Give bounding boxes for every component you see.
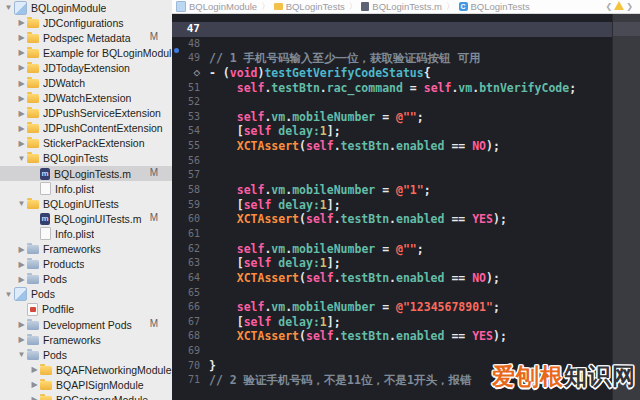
- line-number[interactable]: 55: [172, 139, 209, 154]
- line-number[interactable]: 57: [172, 168, 209, 183]
- sidebar-item-bqapisignmodule[interactable]: ▶BQAPISignModule: [0, 377, 172, 392]
- line-number[interactable]: 61: [172, 227, 209, 242]
- code-area[interactable]: 474849// 1 手机号码输入至少一位，获取验证码按钮 可用◇- (void…: [172, 14, 612, 388]
- line-number[interactable]: 71: [172, 373, 209, 388]
- line-number[interactable]: 66: [172, 300, 209, 315]
- code-line-54[interactable]: 54 [self delay:1];: [172, 124, 612, 139]
- disclosure-open-icon[interactable]: ▼: [16, 199, 27, 208]
- sidebar-item-frameworks[interactable]: ▶Frameworks: [0, 242, 172, 257]
- sidebar-item-bqcategorymodule[interactable]: ▶BQCategoryModule: [0, 392, 172, 400]
- source-editor[interactable]: 474849// 1 手机号码输入至少一位，获取验证码按钮 可用◇- (void…: [172, 14, 612, 400]
- disclosure-closed-icon[interactable]: ▶: [16, 48, 27, 57]
- code-line-65[interactable]: 65: [172, 286, 612, 301]
- code-line-52[interactable]: 52: [172, 95, 612, 110]
- sidebar-item-bqloginuitests[interactable]: ▼BQLoginUITests: [0, 196, 172, 211]
- disclosure-open-icon[interactable]: ▼: [16, 154, 27, 163]
- line-number[interactable]: 60: [172, 212, 209, 227]
- sidebar-item-pods[interactable]: ▶Pods: [0, 272, 172, 287]
- jumpbar-segment-bqlogintests[interactable]: BQLoginTests: [274, 1, 345, 12]
- sidebar-item-jdpushserviceextension[interactable]: ▶JDPushServiceExtension: [0, 106, 172, 121]
- code-line-47[interactable]: 47: [172, 22, 612, 37]
- sidebar-item-podspec-metadata[interactable]: ▶Podspec MetadataM: [0, 30, 172, 45]
- code-line-57[interactable]: 57: [172, 168, 612, 183]
- sidebar-item-stickerpackextension[interactable]: ▶StickerPackExtension: [0, 136, 172, 151]
- disclosure-closed-icon[interactable]: ▶: [16, 139, 27, 148]
- line-number[interactable]: 59: [172, 198, 209, 213]
- code-line-51[interactable]: 51 self.testBtn.rac_command = self.vm.bt…: [172, 81, 612, 96]
- code-line-59[interactable]: 59 [self delay:1];: [172, 198, 612, 213]
- sidebar-item-info-plist[interactable]: Info.plist: [0, 181, 172, 196]
- line-number[interactable]: 56: [172, 154, 209, 169]
- disclosure-closed-icon[interactable]: ▶: [16, 79, 27, 88]
- line-number[interactable]: 47: [172, 22, 209, 37]
- disclosure-open-icon[interactable]: ▼: [3, 290, 14, 299]
- code-line-68[interactable]: 68 XCTAssert(self.testBtn.enabled == YES…: [172, 329, 612, 344]
- line-number[interactable]: 51: [172, 81, 209, 96]
- sidebar-item-products[interactable]: ▶Products: [0, 257, 172, 272]
- code-line-60[interactable]: 60 XCTAssert(self.testBtn.enabled == YES…: [172, 212, 612, 227]
- line-number[interactable]: 54: [172, 124, 209, 139]
- sidebar-item-jdtodayextension[interactable]: ▶JDTodayExtension: [0, 60, 172, 75]
- code-line-53[interactable]: 53 self.vm.mobileNumber = @"";: [172, 110, 612, 125]
- code-line-63[interactable]: 63 [self delay:1];: [172, 256, 612, 271]
- line-number[interactable]: 63: [172, 256, 209, 271]
- line-number[interactable]: 65: [172, 286, 209, 301]
- disclosure-closed-icon[interactable]: ▶: [29, 380, 40, 389]
- disclosure-closed-icon[interactable]: ▶: [29, 365, 40, 374]
- code-line-50[interactable]: ◇- (void)testGetVerifyCodeStatus{: [172, 66, 612, 81]
- warning-icon[interactable]: [614, 1, 624, 10]
- run-test-diamond-icon[interactable]: ◇: [172, 66, 209, 81]
- disclosure-closed-icon[interactable]: ▶: [16, 260, 27, 269]
- code-line-67[interactable]: 67 [self delay:1];: [172, 315, 612, 330]
- sidebar-item-development-pods[interactable]: ▶Development PodsM: [0, 317, 172, 332]
- sidebar-item-pods[interactable]: ▼Pods: [0, 287, 172, 302]
- sidebar-item-jdwatch[interactable]: ▶JDWatch: [0, 75, 172, 90]
- sidebar-item-bqloginuitests-m[interactable]: mBQLoginUITests.mM: [0, 211, 172, 226]
- sidebar-item-info-plist[interactable]: Info.plist: [0, 226, 172, 241]
- line-number[interactable]: 64: [172, 271, 209, 286]
- code-line-69[interactable]: 69: [172, 344, 612, 359]
- sidebar-item-bqlogintests-m[interactable]: mBQLoginTests.mM: [0, 166, 172, 181]
- line-number[interactable]: 53: [172, 110, 209, 125]
- sidebar-item-example-for-bqloginmodule[interactable]: ▶Example for BQLoginModule: [0, 45, 172, 60]
- line-number[interactable]: 52: [172, 95, 209, 110]
- disclosure-open-icon[interactable]: ▼: [3, 3, 14, 12]
- disclosure-closed-icon[interactable]: ▶: [29, 395, 40, 400]
- code-line-56[interactable]: 56: [172, 154, 612, 169]
- disclosure-closed-icon[interactable]: ▶: [16, 109, 27, 118]
- back-chevron-icon[interactable]: ❮: [606, 2, 613, 11]
- line-number[interactable]: 69: [172, 344, 209, 359]
- disclosure-closed-icon[interactable]: ▶: [16, 94, 27, 103]
- sidebar-item-bqloginmodule[interactable]: ▼BQLoginModule: [0, 0, 172, 15]
- line-number[interactable]: 70: [172, 359, 209, 374]
- disclosure-closed-icon[interactable]: ▶: [16, 320, 27, 329]
- disclosure-open-icon[interactable]: ▼: [16, 350, 27, 359]
- code-line-61[interactable]: 61: [172, 227, 612, 242]
- code-line-58[interactable]: 58 self.vm.mobileNumber = @"1";: [172, 183, 612, 198]
- sidebar-item-jdpushcontentextension[interactable]: ▶JDPushContentExtension: [0, 121, 172, 136]
- sidebar-item-pods[interactable]: ▼Pods: [0, 347, 172, 362]
- disclosure-closed-icon[interactable]: ▶: [16, 124, 27, 133]
- forward-chevron-icon[interactable]: ❯: [626, 2, 633, 11]
- line-number[interactable]: 68: [172, 329, 209, 344]
- sidebar-item-bqlogintests[interactable]: ▼BQLoginTests: [0, 151, 172, 166]
- code-line-55[interactable]: 55 XCTAssert(self.testBtn.enabled == NO)…: [172, 139, 612, 154]
- disclosure-closed-icon[interactable]: ▶: [16, 18, 27, 27]
- line-number[interactable]: 62: [172, 242, 209, 257]
- jumpbar-segment-bqlogintests-m[interactable]: BQLoginTests.m: [361, 1, 442, 12]
- sidebar-item-frameworks[interactable]: ▶Frameworks: [0, 332, 172, 347]
- code-line-49[interactable]: 49// 1 手机号码输入至少一位，获取验证码按钮 可用: [172, 51, 612, 66]
- jumpbar-segment-bqlogintests[interactable]: CBQLoginTests: [459, 1, 530, 12]
- code-line-66[interactable]: 66 self.vm.mobileNumber = @"12345678901"…: [172, 300, 612, 315]
- line-number[interactable]: 58: [172, 183, 209, 198]
- sidebar-item-jdconfigurations[interactable]: ▶JDConfigurations: [0, 15, 172, 30]
- code-line-64[interactable]: 64 XCTAssert(self.testBtn.enabled == NO)…: [172, 271, 612, 286]
- sidebar-item-jdwatchextension[interactable]: ▶JDWatchExtension: [0, 91, 172, 106]
- line-number[interactable]: 49: [172, 51, 209, 66]
- code-line-48[interactable]: 48: [172, 37, 612, 52]
- disclosure-closed-icon[interactable]: ▶: [16, 335, 27, 344]
- code-line-62[interactable]: 62 self.vm.mobileNumber = @"";: [172, 242, 612, 257]
- disclosure-closed-icon[interactable]: ▶: [16, 33, 27, 42]
- sidebar-item-podfile[interactable]: Podfile: [0, 302, 172, 317]
- jumpbar-segment-bqloginmodule[interactable]: BQLoginModule: [176, 1, 257, 12]
